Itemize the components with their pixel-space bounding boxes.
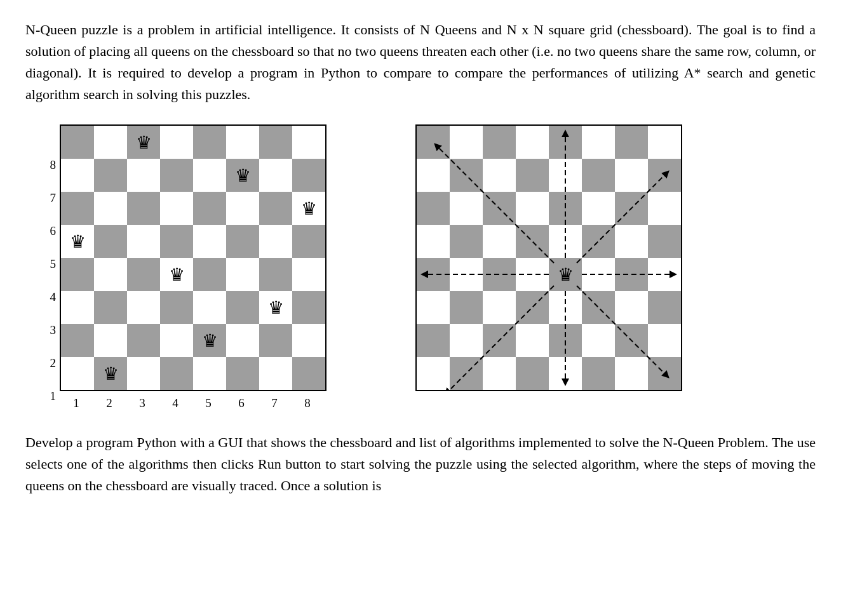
cell-r6-c4 xyxy=(160,192,193,225)
main-content: N-Queen puzzle is a problem in artificia… xyxy=(25,19,816,497)
cell-r5-c6 xyxy=(226,225,259,258)
ad-r6-c3 xyxy=(483,291,516,324)
queen-solution-diagram: 1 2 3 4 5 6 7 8 ♛ xyxy=(44,124,326,412)
ad-r6-c4 xyxy=(516,291,549,324)
y-label-4: 4 xyxy=(44,281,56,314)
cell-r8-c5 xyxy=(193,126,226,159)
cell-r1-c8 xyxy=(292,357,325,390)
ad-r2-c5 xyxy=(549,159,582,192)
cell-r3-c8 xyxy=(292,291,325,324)
cell-r2-c1 xyxy=(61,324,94,357)
cell-r5-c8 xyxy=(292,225,325,258)
cell-r6-c2 xyxy=(94,192,127,225)
cell-r1-c4 xyxy=(160,357,193,390)
cell-r1-c6 xyxy=(226,357,259,390)
cell-r3-c7: ♛ xyxy=(259,291,292,324)
ad-r5-c7 xyxy=(615,258,648,291)
cell-r1-c1 xyxy=(61,357,94,390)
y-label-6: 6 xyxy=(44,215,56,248)
cell-r2-c6 xyxy=(226,324,259,357)
ad-r1-c4 xyxy=(516,126,549,159)
ad-r1-c2 xyxy=(450,126,483,159)
y-label-1: 1 xyxy=(44,380,56,413)
cell-r4-c4: ♛ xyxy=(160,258,193,291)
ad-r4-c6 xyxy=(582,225,615,258)
board-container: ♛ ♛ xyxy=(60,124,326,412)
cell-r1-c5 xyxy=(193,357,226,390)
ad-r3-c3 xyxy=(483,192,516,225)
diagrams-row: 1 2 3 4 5 6 7 8 ♛ xyxy=(25,124,816,412)
ad-r6-c5 xyxy=(549,291,582,324)
y-label-8: 8 xyxy=(44,149,56,182)
cell-r7-c5 xyxy=(193,159,226,192)
cell-r4-c6 xyxy=(226,258,259,291)
ad-r6-c8 xyxy=(648,291,681,324)
ad-r3-c4 xyxy=(516,192,549,225)
ad-r4-c4 xyxy=(516,225,549,258)
cell-r5-c1: ♛ xyxy=(61,225,94,258)
cell-r2-c7 xyxy=(259,324,292,357)
ad-r8-c2 xyxy=(450,357,483,390)
x-label-2: 2 xyxy=(93,394,126,412)
cell-r3-c3 xyxy=(127,291,160,324)
cell-r2-c8 xyxy=(292,324,325,357)
cell-r6-c1 xyxy=(61,192,94,225)
cell-r2-c5: ♛ xyxy=(193,324,226,357)
ad-r1-c8 xyxy=(648,126,681,159)
cell-r8-c3: ♛ xyxy=(127,126,160,159)
cell-r2-c3 xyxy=(127,324,160,357)
x-label-8: 8 xyxy=(291,394,324,412)
ad-r8-c7 xyxy=(615,357,648,390)
ad-r1-c3 xyxy=(483,126,516,159)
ad-r4-c3 xyxy=(483,225,516,258)
cell-r6-c3 xyxy=(127,192,160,225)
cell-r6-c6 xyxy=(226,192,259,225)
cell-r1-c7 xyxy=(259,357,292,390)
y-label-5: 5 xyxy=(44,248,56,281)
cell-r5-c2 xyxy=(94,225,127,258)
cell-r6-c5 xyxy=(193,192,226,225)
x-label-6: 6 xyxy=(225,394,258,412)
arrow-diagram-wrapper: ♛ xyxy=(415,124,682,391)
cell-r1-c3 xyxy=(127,357,160,390)
x-label-3: 3 xyxy=(126,394,159,412)
ad-r7-c8 xyxy=(648,324,681,357)
cell-r2-c2 xyxy=(94,324,127,357)
ad-r5-c2 xyxy=(450,258,483,291)
cell-r8-c2 xyxy=(94,126,127,159)
cell-r8-c8 xyxy=(292,126,325,159)
cell-r4-c3 xyxy=(127,258,160,291)
y-label-7: 7 xyxy=(44,182,56,215)
cell-r8-c1 xyxy=(61,126,94,159)
cell-r3-c5 xyxy=(193,291,226,324)
ad-r4-c7 xyxy=(615,225,648,258)
cell-r8-c6 xyxy=(226,126,259,159)
cell-r8-c7 xyxy=(259,126,292,159)
cell-r7-c1 xyxy=(61,159,94,192)
cell-r4-c5 xyxy=(193,258,226,291)
ad-r7-c4 xyxy=(516,324,549,357)
y-axis: 1 2 3 4 5 6 7 8 xyxy=(44,149,56,413)
ad-r2-c4 xyxy=(516,159,549,192)
ad-r5-c4 xyxy=(516,258,549,291)
ad-r8-c4 xyxy=(516,357,549,390)
ad-r1-c7 xyxy=(615,126,648,159)
cell-r7-c2 xyxy=(94,159,127,192)
x-label-1: 1 xyxy=(60,394,93,412)
ad-r5-c5: ♛ xyxy=(549,258,582,291)
ad-r6-c1 xyxy=(417,291,450,324)
ad-r6-c6 xyxy=(582,291,615,324)
cell-r3-c2 xyxy=(94,291,127,324)
cell-r3-c4 xyxy=(160,291,193,324)
ad-r4-c8 xyxy=(648,225,681,258)
cell-r7-c3 xyxy=(127,159,160,192)
ad-r1-c1 xyxy=(417,126,450,159)
ad-r3-c7 xyxy=(615,192,648,225)
cell-r7-c7 xyxy=(259,159,292,192)
x-label-5: 5 xyxy=(192,394,225,412)
cell-r7-c8 xyxy=(292,159,325,192)
ad-r5-c8 xyxy=(648,258,681,291)
ad-r8-c5 xyxy=(549,357,582,390)
cell-r5-c4 xyxy=(160,225,193,258)
cell-r3-c6 xyxy=(226,291,259,324)
